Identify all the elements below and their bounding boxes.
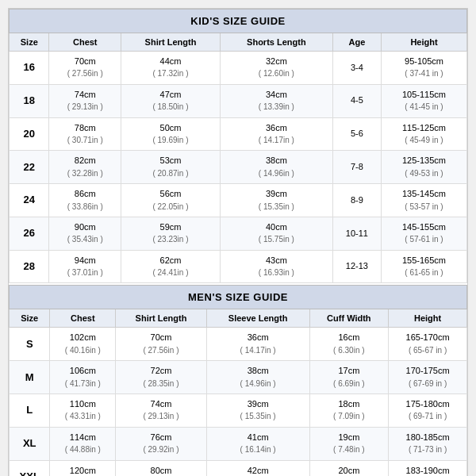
mens-col-header: SizeChestShirt LengthSleeve LengthCuff W… xyxy=(10,309,467,328)
mens-section-header: MEN'S SIZE GUIDE xyxy=(10,286,467,309)
kids-col-age: Age xyxy=(332,33,381,52)
kids-row-26: 2690cm( 35.43in )59cm( 23.23in )40cm( 15… xyxy=(10,217,467,250)
kids-row-24: 2486cm( 33.86in )56cm( 22.05in )39cm( 15… xyxy=(10,184,467,217)
kids-row-18: 1874cm( 29.13in )47cm( 18.50in )34cm( 13… xyxy=(10,84,467,117)
kids-col-size: Size xyxy=(10,33,49,52)
kids-col-chest: Chest xyxy=(49,33,121,52)
kids-row-20: 2078cm( 30.71in )50cm( 19.69in )36cm( 14… xyxy=(10,117,467,151)
kids-row-22: 2282cm( 32.28in )53cm( 20.87in )38cm( 14… xyxy=(10,151,467,184)
mens-row-S: S102cm( 40.16in )70cm( 27.56in )36cm( 14… xyxy=(10,328,467,361)
kids-col-header: SizeChestShirt LengthShorts LengthAgeHei… xyxy=(10,33,467,52)
size-guide-container: KID'S SIZE GUIDESizeChestShirt LengthSho… xyxy=(8,8,468,476)
mens-row-M: M106cm( 41.73in )72cm( 28.35in )38cm( 14… xyxy=(10,361,467,394)
kids-size-table: KID'S SIZE GUIDESizeChestShirt LengthSho… xyxy=(9,9,467,283)
kids-col-height: Height xyxy=(381,33,466,52)
mens-col-sleeve-length: Sleeve Length xyxy=(206,309,309,328)
kids-row-28: 2894cm( 37.01in )62cm( 24.41in )43cm( 16… xyxy=(10,250,467,283)
mens-col-height: Height xyxy=(389,309,467,328)
mens-row-XXL: XXL120cm( 47.24in )80cm( 31.50in )42cm( … xyxy=(10,460,467,476)
mens-col-chest: Chest xyxy=(50,309,116,328)
mens-col-size: Size xyxy=(10,309,50,328)
mens-col-shirt-length: Shirt Length xyxy=(116,309,206,328)
mens-size-table: MEN'S SIZE GUIDESizeChestShirt LengthSle… xyxy=(9,285,467,476)
mens-row-XL: XL114cm( 44.88in )76cm( 29.92in )41cm( 1… xyxy=(10,427,467,460)
kids-section-header: KID'S SIZE GUIDE xyxy=(10,10,467,33)
kids-col-shorts-length: Shorts Length xyxy=(220,33,332,52)
mens-row-L: L110cm( 43.31in )74cm( 29.13in )39cm( 15… xyxy=(10,394,467,428)
mens-col-cuff-width: Cuff Width xyxy=(309,309,389,328)
kids-col-shirt-length: Shirt Length xyxy=(121,33,221,52)
kids-row-16: 1670cm( 27.56in )44cm( 17.32in )32cm( 12… xyxy=(10,52,467,85)
